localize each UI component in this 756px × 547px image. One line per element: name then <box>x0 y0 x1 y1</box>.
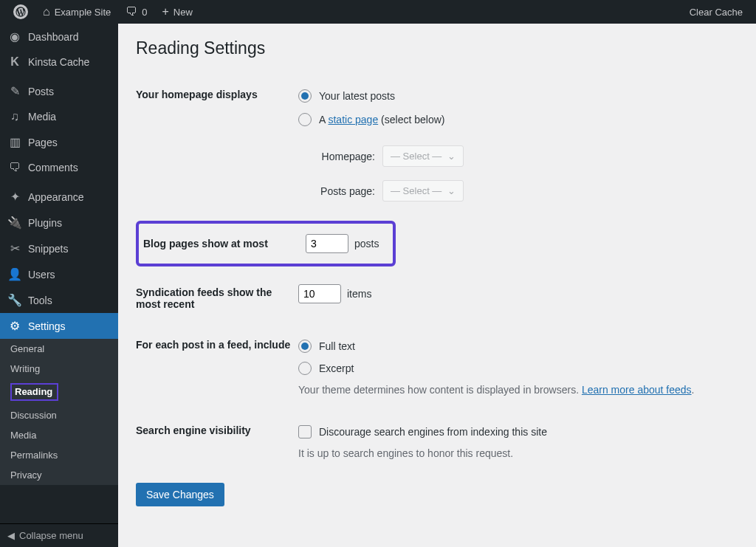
sidebar-label: Posts <box>28 86 54 97</box>
collapse-menu[interactable]: ◀ Collapse menu <box>0 523 118 547</box>
save-button[interactable]: Save Changes <box>136 483 224 506</box>
sub-writing[interactable]: Writing <box>0 359 118 379</box>
site-name-link[interactable]: ⌂ Example Site <box>37 0 117 24</box>
sidebar-item-plugins[interactable]: 🔌 Plugins <box>0 210 118 235</box>
radio-static-page[interactable] <box>298 113 312 126</box>
admin-sidebar: ◉ Dashboard K Kinsta Cache ✎ Posts ♫ Med… <box>0 24 118 547</box>
settings-icon: ⚙ <box>7 319 22 333</box>
feed-include-label: For each post in a feed, include <box>136 337 298 351</box>
chevron-down-icon: ⌄ <box>447 151 456 162</box>
blog-pages-label: Blog pages show at most <box>143 238 306 250</box>
row-search-visibility: Search engine visibility Discourage sear… <box>136 409 738 472</box>
sidebar-item-settings[interactable]: ⚙ Settings <box>0 313 118 339</box>
users-icon: 👤 <box>7 267 22 281</box>
comments-icon: 🗨 <box>7 161 22 174</box>
radio-latest-posts[interactable] <box>298 89 312 103</box>
search-visibility-label: Search engine visibility <box>136 422 298 436</box>
page-title: Reading Settings <box>136 38 738 58</box>
settings-submenu: General Writing Reading Discussion Media… <box>0 339 118 485</box>
sidebar-label: Kinsta Cache <box>28 56 89 68</box>
home-icon: ⌂ <box>43 5 50 18</box>
site-name: Example Site <box>55 7 111 18</box>
pages-icon: ▥ <box>7 135 22 149</box>
sidebar-item-appearance[interactable]: ✦ Appearance <box>0 184 118 210</box>
comments-link[interactable]: 🗨 0 <box>120 0 153 24</box>
sidebar-label: Plugins <box>28 217 62 229</box>
sidebar-label: Users <box>28 269 55 281</box>
radio-static-page-label: A static page (select below) <box>319 114 444 125</box>
radio-full-text[interactable] <box>298 340 312 353</box>
collapse-icon: ◀ <box>7 530 15 541</box>
sidebar-item-comments[interactable]: 🗨 Comments <box>0 155 118 180</box>
excerpt-label: Excerpt <box>319 362 354 374</box>
sidebar-item-kinsta-cache[interactable]: K Kinsta Cache <box>0 49 118 75</box>
row-feed-include: For each post in a feed, include Full te… <box>136 323 738 409</box>
sidebar-item-posts[interactable]: ✎ Posts <box>0 78 118 104</box>
homepage-select[interactable]: — Select — ⌄ <box>382 145 464 167</box>
sidebar-item-pages[interactable]: ▥ Pages <box>0 129 118 155</box>
plugins-icon: 🔌 <box>7 216 22 230</box>
chevron-down-icon: ⌄ <box>447 185 456 196</box>
appearance-icon: ✦ <box>7 190 22 204</box>
discourage-search-label: Discourage search engines from indexing … <box>319 426 547 438</box>
media-icon: ♫ <box>7 110 22 123</box>
sub-general[interactable]: General <box>0 339 118 359</box>
kinsta-icon: K <box>7 55 22 69</box>
feed-description: Your theme determines how content is dis… <box>298 378 738 396</box>
posts-page-select-label: Posts page: <box>313 185 375 197</box>
posts-suffix: posts <box>354 238 379 250</box>
sub-reading[interactable]: Reading <box>0 379 118 405</box>
sidebar-item-tools[interactable]: 🔧 Tools <box>0 287 118 313</box>
sidebar-item-users[interactable]: 👤 Users <box>0 261 118 287</box>
main-content: Reading Settings Your homepage displays … <box>118 24 756 547</box>
sub-permalinks[interactable]: Permalinks <box>0 445 118 465</box>
clear-cache-link[interactable]: Clear Cache <box>684 0 749 24</box>
sidebar-label: Dashboard <box>28 31 79 43</box>
sidebar-item-dashboard[interactable]: ◉ Dashboard <box>0 24 118 49</box>
row-syndication: Syndication feeds show the most recent i… <box>136 271 738 323</box>
radio-excerpt[interactable] <box>298 362 312 375</box>
full-text-label: Full text <box>319 340 355 352</box>
blog-pages-highlight: Blog pages show at most posts <box>136 221 396 266</box>
pin-icon: ✎ <box>7 84 22 98</box>
comment-icon: 🗨 <box>126 5 137 18</box>
sidebar-label: Tools <box>28 295 52 306</box>
admin-bar: ⌂ Example Site 🗨 0 + New Clear Cache <box>0 0 756 24</box>
wp-logo[interactable] <box>7 0 34 24</box>
dashboard-icon: ◉ <box>7 30 22 44</box>
search-desc: It is up to search engines to honor this… <box>298 441 738 459</box>
sidebar-item-media[interactable]: ♫ Media <box>0 104 118 129</box>
posts-per-page-input[interactable] <box>306 234 348 253</box>
plus-icon: + <box>162 5 169 18</box>
comments-count: 0 <box>142 7 147 18</box>
row-homepage-displays: Your homepage displays Your latest posts… <box>136 73 738 221</box>
sidebar-label: Snippets <box>28 243 68 255</box>
syndication-label: Syndication feeds show the most recent <box>136 284 298 310</box>
radio-latest-posts-label: Your latest posts <box>319 90 395 102</box>
sidebar-item-snippets[interactable]: ✂ Snippets <box>0 235 118 261</box>
sub-media[interactable]: Media <box>0 425 118 445</box>
discourage-search-checkbox[interactable] <box>298 425 312 438</box>
sidebar-label: Media <box>28 111 56 123</box>
items-suffix: items <box>347 288 371 300</box>
sidebar-label: Pages <box>28 137 58 148</box>
learn-feeds-link[interactable]: Learn more about feeds <box>582 384 692 396</box>
new-content-link[interactable]: + New <box>157 0 199 24</box>
sidebar-label: Appearance <box>28 191 84 203</box>
posts-page-select[interactable]: — Select — ⌄ <box>382 180 464 202</box>
static-page-link[interactable]: static page <box>328 114 378 125</box>
new-label: New <box>173 7 193 18</box>
tools-icon: 🔧 <box>7 293 22 307</box>
sub-discussion[interactable]: Discussion <box>0 405 118 425</box>
syndication-items-input[interactable] <box>298 284 341 303</box>
sidebar-label: Settings <box>28 320 66 332</box>
sidebar-label: Comments <box>28 162 78 173</box>
homepage-displays-label: Your homepage displays <box>136 86 298 100</box>
snippets-icon: ✂ <box>7 241 22 255</box>
sub-privacy[interactable]: Privacy <box>0 465 118 485</box>
homepage-select-label: Homepage: <box>313 151 375 162</box>
